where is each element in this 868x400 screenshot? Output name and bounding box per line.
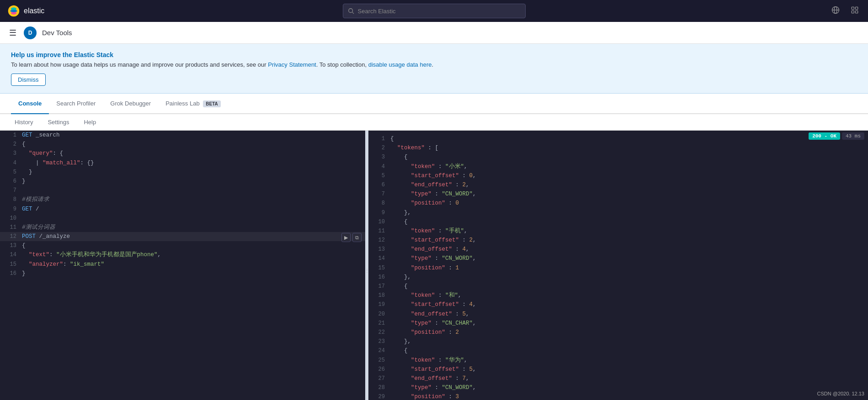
- disable-usage-link[interactable]: disable usage data here: [368, 61, 432, 68]
- svg-rect-12: [856, 11, 858, 13]
- response-line-7: 7 "type" : "CN_WORD",: [368, 189, 868, 199]
- grid-icon: [851, 6, 859, 14]
- banner-text-middle: . To stop collection,: [316, 61, 368, 68]
- editor-line-13: 13 {: [0, 241, 365, 250]
- response-code: 1 { 2 "tokens" : [ 3 { 4 "token" : "小米",: [368, 131, 868, 400]
- svg-point-4: [348, 9, 352, 13]
- response-line-28: 28 "type" : "CN_WORD",: [368, 383, 868, 392]
- tab-painless-lab[interactable]: Painless Lab BETA: [158, 94, 228, 114]
- response-line-1: 1 {: [368, 134, 868, 143]
- elastic-logo-text: elastic: [24, 7, 44, 15]
- privacy-statement-link[interactable]: Privacy Statement: [268, 61, 316, 68]
- response-line-10: 10 {: [368, 217, 868, 226]
- response-line-9: 9 },: [368, 208, 868, 217]
- banner-text-before: To learn about how usage data helps us m…: [11, 61, 268, 68]
- response-line-8: 8 "position" : 0: [368, 199, 868, 208]
- header-bar: ☰ D Dev Tools: [0, 22, 868, 44]
- editor-line-10: 10: [0, 214, 365, 223]
- response-line-16: 16 },: [368, 273, 868, 282]
- editor-line-5: 5 }: [0, 168, 365, 177]
- search-icon: [348, 8, 354, 14]
- svg-rect-9: [852, 7, 854, 9]
- banner-body: To learn about how usage data helps us m…: [11, 61, 857, 68]
- editor-line-7: 7: [0, 186, 365, 195]
- copy-button[interactable]: ⧉: [352, 233, 362, 242]
- grid-icon-btn[interactable]: [849, 4, 861, 18]
- line-actions: ▶ ⧉: [341, 233, 362, 242]
- editor-line-4: 4 | "match_all": {}: [0, 158, 365, 168]
- editor-line-6: 6 }: [0, 177, 365, 186]
- response-line-24: 24 {: [368, 346, 868, 355]
- response-line-14: 14 "type" : "CN_WORD",: [368, 254, 868, 263]
- watermark: CSDN @2020. 12.13: [817, 391, 864, 396]
- response-line-15: 15 "position" : 1: [368, 263, 868, 273]
- tab-search-profiler[interactable]: Search Profiler: [49, 94, 103, 114]
- elastic-logo-icon: [7, 5, 20, 17]
- editor-line-12: 12 POST /_analyze ▶ ⧉: [0, 232, 365, 241]
- status-badge: 200 - OK: [809, 132, 840, 140]
- response-line-13: 13 "end_offset" : 4,: [368, 245, 868, 254]
- response-line-17: 17 {: [368, 282, 868, 291]
- response-line-3: 3 {: [368, 153, 868, 162]
- response-line-25: 25 "token" : "华为",: [368, 356, 868, 365]
- editor-line-15: 15 "analyzer": "ik_smart": [0, 260, 365, 269]
- editor-area: 1 GET _search 2 { 3 "query": { 4 | "matc…: [0, 131, 868, 400]
- search-bar-container: Search Elastic: [343, 4, 526, 18]
- response-time: 43 ms: [842, 132, 864, 140]
- response-line-20: 20 "end_offset" : 5,: [368, 310, 868, 319]
- svg-rect-10: [856, 7, 858, 9]
- globe-icon-btn[interactable]: [830, 4, 841, 18]
- code-editor-panel[interactable]: 1 GET _search 2 { 3 "query": { 4 | "matc…: [0, 131, 366, 400]
- help-button[interactable]: Help: [80, 117, 100, 127]
- status-row: 200 - OK 43 ms: [805, 131, 868, 142]
- response-line-6: 6 "end_offset" : 2,: [368, 180, 868, 189]
- response-panel: 200 - OK 43 ms 1 { 2 "tokens" : [ 3 { 4: [368, 131, 868, 400]
- response-line-26: 26 "start_offset" : 5,: [368, 365, 868, 374]
- editor-line-2: 2 {: [0, 140, 365, 149]
- editor-line-14: 14 "text": "小米手机和华为手机都是国产phone",: [0, 250, 365, 259]
- response-line-11: 11 "token" : "手机",: [368, 226, 868, 236]
- tabs-bar: Console Search Profiler Grok Debugger Pa…: [0, 94, 868, 114]
- settings-button[interactable]: Settings: [44, 117, 73, 127]
- response-line-2: 2 "tokens" : [: [368, 143, 868, 153]
- history-button[interactable]: History: [11, 117, 37, 127]
- dismiss-button[interactable]: Dismiss: [11, 74, 46, 86]
- response-line-19: 19 "start_offset" : 4,: [368, 300, 868, 309]
- menu-button[interactable]: ☰: [7, 26, 18, 40]
- run-button[interactable]: ▶: [341, 233, 351, 242]
- banner-title: Help us improve the Elastic Stack: [11, 51, 857, 58]
- editor-line-11: 11 #测试分词器: [0, 223, 365, 232]
- editor-line-1: 1 GET _search: [0, 131, 365, 140]
- response-line-18: 18 "token" : "和",: [368, 291, 868, 300]
- response-line-5: 5 "start_offset" : 0,: [368, 171, 868, 180]
- info-banner: Help us improve the Elastic Stack To lea…: [0, 44, 868, 94]
- editor-line-16: 16 }: [0, 269, 365, 278]
- tab-grok-debugger[interactable]: Grok Debugger: [103, 94, 158, 114]
- svg-point-3: [10, 10, 17, 12]
- response-line-27: 27 "end_offset" : 7,: [368, 374, 868, 383]
- editor-line-3: 3 "query": {: [0, 149, 365, 158]
- response-line-29: 29 "position" : 3: [368, 392, 868, 400]
- response-line-12: 12 "start_offset" : 2,: [368, 236, 868, 245]
- editor-line-8: 8 #模拟请求: [0, 195, 365, 204]
- toolbar: History Settings Help: [0, 114, 868, 131]
- elastic-logo: elastic: [7, 5, 44, 17]
- beta-badge: BETA: [203, 100, 220, 107]
- response-line-4: 4 "token" : "小米",: [368, 162, 868, 171]
- svg-line-5: [352, 12, 354, 14]
- svg-rect-11: [852, 11, 854, 13]
- search-bar[interactable]: Search Elastic: [343, 4, 526, 18]
- banner-text-after: .: [431, 61, 433, 68]
- tab-console[interactable]: Console: [11, 94, 49, 114]
- top-nav: elastic Search Elastic: [0, 0, 868, 22]
- response-line-23: 23 },: [368, 337, 868, 346]
- response-line-21: 21 "type" : "CN_CHAR",: [368, 319, 868, 328]
- globe-icon: [831, 6, 840, 14]
- editor-line-9: 9 GET /: [0, 205, 365, 214]
- response-line-22: 22 "position" : 2: [368, 328, 868, 337]
- page-title: Dev Tools: [42, 29, 72, 37]
- nav-right: [830, 4, 861, 18]
- search-placeholder: Search Elastic: [358, 8, 396, 15]
- avatar: D: [24, 26, 37, 39]
